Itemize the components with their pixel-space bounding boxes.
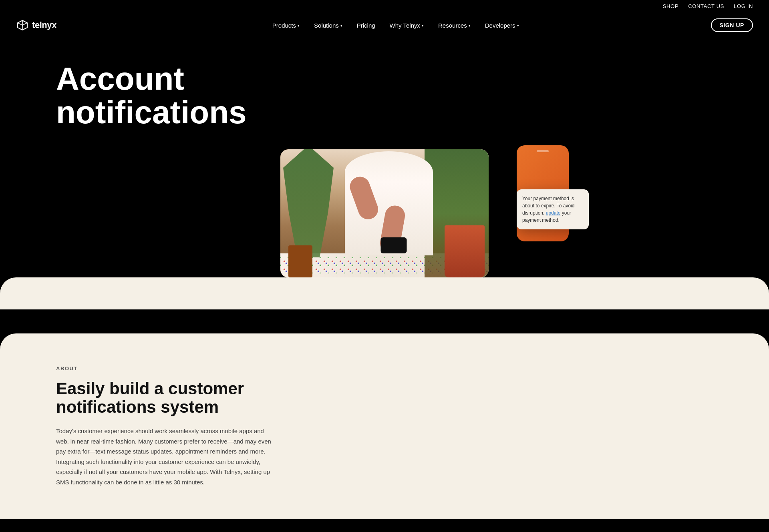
nav-why-telnyx[interactable]: Why Telnyx ▾ <box>384 19 429 32</box>
about-label: ABOUT <box>56 365 272 371</box>
notification-link[interactable]: update <box>546 210 561 216</box>
nav-developers[interactable]: Developers ▾ <box>479 19 525 32</box>
notification-text: Your payment method is about to expire. … <box>522 195 583 224</box>
hero-section: Account notifications <box>0 38 769 277</box>
pot-left <box>288 245 312 277</box>
hero-bottom-transition <box>0 277 769 309</box>
top-bar: SHOP CONTACT US LOG IN <box>0 0 769 12</box>
content-inner: ABOUT Easily build a customer notificati… <box>56 365 272 487</box>
nav-right: SIGN UP <box>711 18 753 32</box>
photo-background <box>280 149 489 277</box>
nav-solutions[interactable]: Solutions ▾ <box>308 19 348 32</box>
sign-up-button[interactable]: SIGN UP <box>711 18 753 32</box>
solutions-arrow-icon: ▾ <box>340 24 342 28</box>
content-heading: Easily build a customer notifications sy… <box>56 379 272 416</box>
why-telnyx-arrow-icon: ▾ <box>422 24 424 28</box>
logo[interactable]: telnyx <box>16 19 56 32</box>
navbar: telnyx Products ▾ Solutions ▾ Pricing Wh… <box>0 12 769 38</box>
pot-right <box>445 225 485 277</box>
smartphone-device <box>381 237 407 253</box>
nav-resources[interactable]: Resources ▾ <box>433 19 476 32</box>
telnyx-logo-icon <box>16 19 29 32</box>
content-section: ABOUT Easily build a customer notificati… <box>0 333 769 519</box>
nav-links: Products ▾ Solutions ▾ Pricing Why Telny… <box>81 19 711 32</box>
plant-left <box>280 149 336 257</box>
resources-arrow-icon: ▾ <box>469 24 471 28</box>
content-body: Today's customer experience should work … <box>56 426 272 487</box>
hero-title: Account notifications <box>56 62 247 129</box>
log-in-link[interactable]: LOG IN <box>734 3 753 9</box>
shop-link[interactable]: SHOP <box>663 3 678 9</box>
logo-text: telnyx <box>32 20 56 30</box>
nav-products[interactable]: Products ▾ <box>267 19 305 32</box>
nav-pricing[interactable]: Pricing <box>351 19 381 32</box>
developers-arrow-icon: ▾ <box>517 24 519 28</box>
hero-photo <box>280 149 489 277</box>
notification-popup: Your payment method is about to expire. … <box>517 189 589 229</box>
phone-speaker <box>537 150 549 152</box>
products-arrow-icon: ▾ <box>298 24 300 28</box>
contact-us-link[interactable]: CONTACT US <box>688 3 724 9</box>
hero-image-area: Your payment method is about to expire. … <box>16 149 753 277</box>
